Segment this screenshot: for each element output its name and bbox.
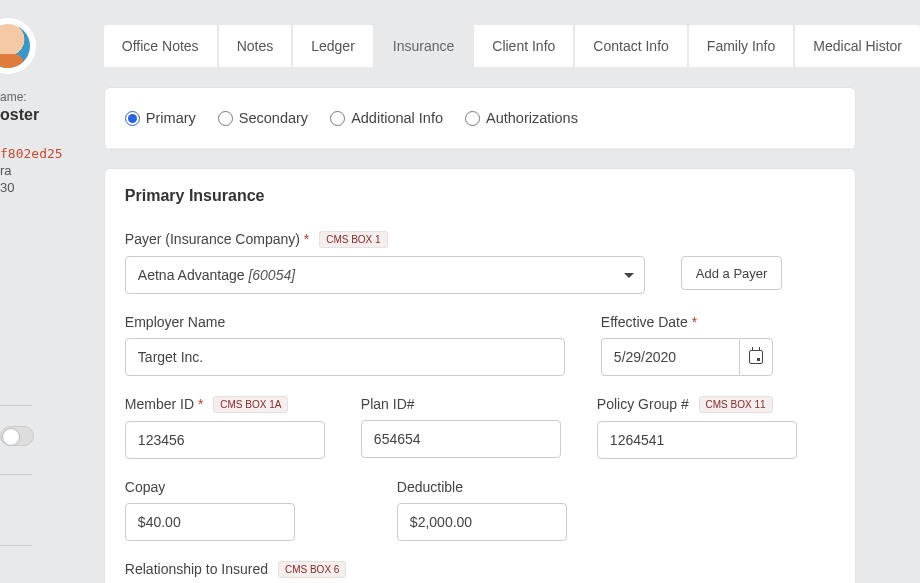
cms-badge: CMS BOX 1A [213, 396, 288, 413]
tab-contact-info[interactable]: Contact Info [575, 25, 687, 67]
chevron-down-icon [624, 273, 634, 278]
main-content: Office Notes Notes Ledger Insurance Clie… [82, 0, 920, 583]
radio-label: Additional Info [351, 110, 443, 126]
insurance-type-panel: Primary Secondary Additional Info Author… [104, 87, 856, 150]
calendar-icon [749, 350, 763, 364]
cms-badge: CMS BOX 11 [699, 396, 773, 413]
payer-label: Payer (Insurance Company) * CMS BOX 1 [125, 231, 835, 248]
tab-office-notes[interactable]: Office Notes [104, 25, 217, 67]
primary-insurance-section: Primary Insurance Payer (Insurance Compa… [104, 168, 856, 583]
tab-ledger[interactable]: Ledger [293, 25, 373, 67]
policy-group-input[interactable] [597, 421, 797, 459]
radio-icon [125, 111, 140, 126]
calendar-button[interactable] [739, 338, 773, 376]
client-name: oster [0, 104, 82, 124]
client-subline-2: 30 [0, 180, 82, 195]
tab-medical-history[interactable]: Medical Histor [795, 25, 920, 67]
relationship-label: Relationship to Insured CMS BOX 6 [125, 561, 835, 578]
divider [0, 474, 32, 475]
radio-label: Secondary [239, 110, 308, 126]
client-id: f802ed25 [0, 146, 82, 161]
payer-select[interactable]: Aetna Advantage [60054] [125, 256, 645, 294]
tab-insurance[interactable]: Insurance [375, 25, 472, 67]
radio-additional-info[interactable]: Additional Info [330, 110, 443, 126]
plan-id-input[interactable] [361, 420, 561, 458]
radio-icon [465, 111, 480, 126]
add-payer-button[interactable]: Add a Payer [681, 256, 783, 290]
copay-label: Copay [125, 479, 295, 495]
radio-primary[interactable]: Primary [125, 110, 196, 126]
radio-icon [218, 111, 233, 126]
cms-badge: CMS BOX 1 [319, 231, 387, 248]
client-sidebar: ame: oster f802ed25 ra 30 [0, 0, 82, 583]
cms-badge: CMS BOX 6 [278, 561, 346, 578]
tab-client-info[interactable]: Client Info [474, 25, 573, 67]
divider [0, 405, 32, 406]
effective-date-input[interactable] [601, 338, 739, 376]
deductible-label: Deductible [397, 479, 567, 495]
plan-id-label: Plan ID# [361, 396, 561, 412]
sidebar-toggle[interactable] [0, 426, 34, 446]
tab-bar: Office Notes Notes Ledger Insurance Clie… [104, 25, 920, 67]
member-id-input[interactable] [125, 421, 325, 459]
radio-secondary[interactable]: Secondary [218, 110, 308, 126]
client-subline-1: ra [0, 163, 82, 178]
tab-family-info[interactable]: Family Info [689, 25, 793, 67]
member-id-label: Member ID * CMS BOX 1A [125, 396, 325, 413]
deductible-input[interactable] [397, 503, 567, 541]
section-title: Primary Insurance [125, 187, 835, 205]
name-label: ame: [0, 90, 82, 104]
divider [0, 545, 32, 546]
radio-icon [330, 111, 345, 126]
effective-date-label: Effective Date * [601, 314, 773, 330]
radio-label: Primary [146, 110, 196, 126]
employer-input[interactable] [125, 338, 565, 376]
radio-label: Authorizations [486, 110, 578, 126]
tab-notes[interactable]: Notes [219, 25, 292, 67]
radio-authorizations[interactable]: Authorizations [465, 110, 578, 126]
employer-label: Employer Name [125, 314, 565, 330]
avatar [0, 18, 36, 74]
policy-group-label: Policy Group # CMS BOX 11 [597, 396, 797, 413]
insurance-type-radios: Primary Secondary Additional Info Author… [105, 88, 855, 149]
copay-input[interactable] [125, 503, 295, 541]
